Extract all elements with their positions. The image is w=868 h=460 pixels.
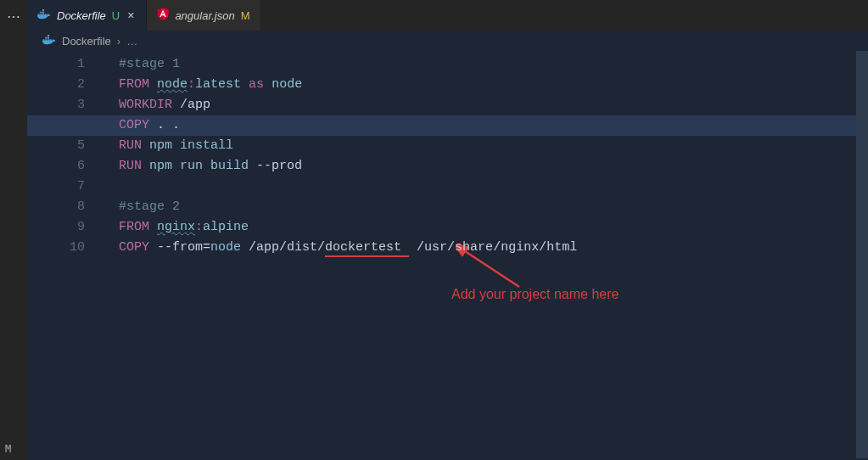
tab-git-status: U — [112, 9, 120, 22]
token — [172, 159, 180, 173]
tab-angular-json[interactable]: angular.jsonM — [147, 0, 260, 31]
editor-group: DockerfileU×angular.jsonM Dockerfile › …… — [27, 0, 868, 460]
code-line[interactable]: RUN npm run build --prod — [104, 156, 868, 177]
code-editor[interactable]: 12345678910 Add your project name here #… — [27, 51, 868, 460]
tab-filename: Dockerfile — [57, 9, 106, 22]
token: #stage 2 — [119, 199, 180, 214]
token: alpine — [203, 220, 249, 234]
code-line[interactable]: COPY . . — [104, 115, 868, 136]
tab-git-status: M — [241, 9, 250, 22]
token: node — [210, 240, 241, 255]
vertical-scrollbar[interactable] — [856, 51, 868, 460]
token: /usr/share/nginx/html — [409, 240, 577, 255]
token: WORKDIR — [119, 98, 172, 112]
scrollbar-thumb[interactable] — [856, 51, 868, 458]
svg-rect-11 — [48, 36, 49, 38]
code-line[interactable]: FROM node:latest as node — [104, 75, 868, 95]
tab-dockerfile[interactable]: DockerfileU× — [27, 0, 147, 31]
line-number: 5 — [27, 136, 104, 156]
token: FROM — [119, 77, 149, 92]
docker-icon — [42, 35, 56, 48]
more-icon[interactable]: ⋯ — [7, 5, 21, 28]
token: --from= — [149, 240, 210, 255]
line-number-gutter: 12345678910 — [27, 51, 104, 460]
tab-filename: angular.json — [175, 9, 234, 22]
token — [149, 77, 157, 92]
token: node — [157, 77, 188, 92]
svg-rect-4 — [42, 11, 44, 13]
token: as — [249, 77, 264, 92]
line-number: 1 — [27, 54, 104, 75]
close-icon[interactable]: × — [126, 8, 136, 22]
token: build — [210, 159, 249, 173]
code-area[interactable]: Add your project name here #stage 1FROM … — [104, 51, 868, 460]
token: RUN — [119, 159, 142, 173]
activity-bar: ⋯ M — [0, 0, 27, 460]
tab-bar: DockerfileU×angular.jsonM — [27, 0, 868, 31]
token: /app/dist/ — [241, 240, 325, 255]
token — [264, 77, 272, 92]
token: #stage 1 — [119, 57, 180, 71]
token: latest — [195, 77, 241, 92]
code-line[interactable]: WORKDIR /app — [104, 95, 868, 115]
code-line[interactable]: COPY --from=node /app/dist/dockertest /u… — [104, 238, 868, 258]
line-number: 6 — [27, 156, 104, 177]
token: install — [180, 138, 233, 153]
docker-icon — [37, 9, 51, 22]
breadcrumb-more[interactable]: … — [126, 35, 137, 48]
token — [172, 138, 180, 153]
angular-icon — [157, 8, 169, 23]
svg-rect-10 — [45, 36, 47, 38]
git-status-marker: M — [5, 443, 11, 455]
svg-rect-3 — [40, 11, 42, 13]
token — [203, 159, 210, 173]
line-number: 10 — [27, 238, 104, 258]
token — [142, 138, 149, 153]
token: node — [272, 77, 302, 92]
token — [241, 77, 249, 92]
token: : — [188, 77, 195, 92]
code-line[interactable]: #stage 2 — [104, 197, 868, 217]
token: COPY — [119, 118, 149, 132]
token: : — [195, 220, 203, 234]
token: COPY — [119, 240, 149, 255]
chevron-right-icon: › — [117, 35, 120, 48]
code-line[interactable]: RUN npm install — [104, 136, 868, 156]
token: run — [180, 159, 203, 173]
token: npm — [149, 159, 172, 173]
code-line[interactable]: FROM nginx:alpine — [104, 217, 868, 238]
token — [142, 159, 149, 173]
token: --prod — [249, 159, 302, 173]
code-line[interactable]: #stage 1 — [104, 54, 868, 75]
token: /app — [172, 98, 210, 112]
breadcrumb[interactable]: Dockerfile › … — [27, 31, 868, 51]
line-number: 7 — [27, 177, 104, 197]
token: RUN — [119, 138, 142, 153]
token: npm — [149, 138, 172, 153]
breadcrumb-file[interactable]: Dockerfile — [62, 35, 111, 48]
line-number: 3 — [27, 95, 104, 115]
line-number: 2 — [27, 75, 104, 95]
token: FROM — [119, 220, 149, 234]
token: . . — [149, 118, 180, 132]
svg-rect-12 — [48, 35, 49, 36]
token: dockertest — [325, 240, 409, 257]
token: nginx — [157, 220, 195, 234]
line-number: 8 — [27, 197, 104, 217]
token — [149, 220, 157, 234]
code-line[interactable] — [104, 177, 868, 197]
svg-rect-5 — [42, 9, 44, 11]
line-number: 9 — [27, 217, 104, 238]
annotation-text: Add your project name here — [451, 287, 619, 302]
